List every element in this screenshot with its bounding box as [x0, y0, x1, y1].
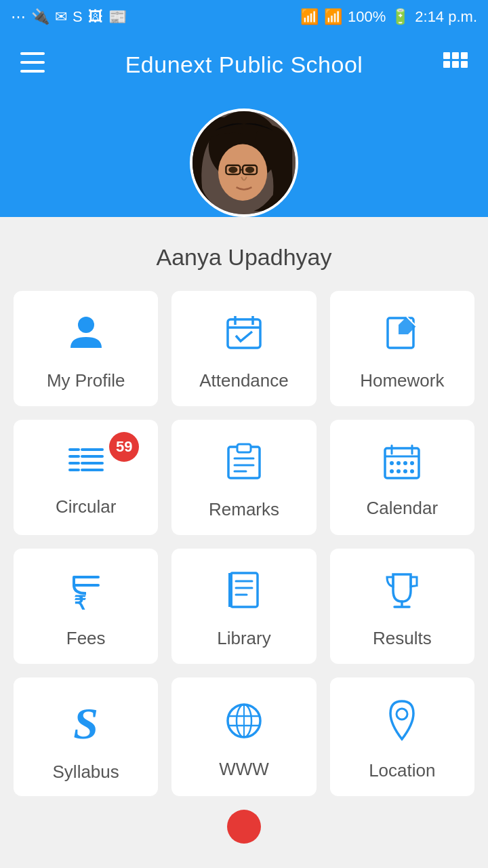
svg-rect-3	[443, 52, 450, 59]
calendar-check-icon	[224, 313, 264, 358]
avatar-section	[0, 95, 488, 217]
bottom-fab-hint[interactable]	[227, 810, 261, 844]
grid-item-label-remarks: Remarks	[209, 499, 279, 520]
book-icon	[226, 570, 262, 616]
svg-point-47	[410, 469, 414, 473]
svg-rect-0	[20, 52, 45, 55]
avatar	[190, 108, 298, 217]
calendar-grid-icon	[382, 443, 422, 486]
grid-item-calendar[interactable]: Calendar	[330, 420, 474, 535]
svg-rect-5	[461, 52, 468, 59]
menu-dots-icon: ⋯	[11, 8, 26, 26]
location-pin-icon	[386, 700, 418, 748]
svg-point-40	[390, 461, 394, 465]
app-title: Edunext Public School	[125, 52, 363, 78]
grid-item-label-www: WWW	[219, 759, 269, 780]
usb-icon: 🔌	[31, 8, 49, 26]
svg-rect-32	[237, 444, 251, 452]
clipboard-icon	[226, 441, 262, 487]
status-bar-right: 📶 📶 100% 🔋 2:14 p.m.	[300, 8, 477, 26]
svg-point-17	[78, 317, 94, 333]
svg-rect-51	[230, 573, 258, 607]
battery-icon: 🔋	[391, 8, 409, 26]
image-icon: 🖼	[88, 8, 103, 26]
hamburger-menu-icon[interactable]	[20, 50, 45, 79]
grid-item-results[interactable]: Results	[330, 549, 474, 664]
svg-rect-1	[20, 61, 45, 64]
svg-point-44	[390, 469, 394, 473]
header: Edunext Public School	[0, 34, 488, 95]
grid-item-label-library: Library	[217, 628, 270, 649]
grid-item-label-attendance: Attendance	[199, 370, 289, 391]
wifi-icon: 📶	[300, 8, 319, 26]
person-icon	[66, 313, 106, 358]
svg-rect-4	[452, 52, 459, 59]
grid-item-label-calendar: Calendar	[367, 498, 439, 519]
svg-rect-7	[452, 61, 459, 68]
globe-icon	[224, 701, 264, 747]
circular-badge: 59	[109, 432, 139, 462]
status-bar-left: ⋯ 🔌 ✉ S 🖼 📰	[11, 8, 127, 26]
edit-icon	[382, 313, 422, 358]
user-name: Aanya Upadhyay	[157, 244, 332, 271]
grid-item-library[interactable]: Library	[171, 549, 316, 664]
mail-icon: ✉	[55, 8, 67, 26]
syllabus-s-icon: S	[73, 698, 98, 749]
menu-grid: My Profile Attendance	[7, 291, 481, 796]
svg-point-63	[396, 709, 407, 719]
content-area: Aanya Upadhyay My Profile	[0, 217, 488, 868]
grid-item-www[interactable]: WWW	[171, 677, 316, 796]
grid-item-syllabus[interactable]: S Syllabus	[14, 677, 158, 796]
svg-point-43	[410, 461, 414, 465]
list-view-icon[interactable]	[443, 50, 468, 79]
svg-point-42	[403, 461, 407, 465]
grid-item-label-results: Results	[373, 628, 432, 649]
grid-item-label-homework: Homework	[360, 370, 444, 391]
grid-item-homework[interactable]: Homework	[330, 291, 474, 406]
time-display: 2:14 p.m.	[415, 8, 477, 26]
grid-item-label-location: Location	[369, 760, 435, 781]
grid-item-label-syllabus: Syllabus	[53, 762, 119, 783]
flipboard-icon: 📰	[108, 8, 127, 26]
status-bar: ⋯ 🔌 ✉ S 🖼 📰 📶 📶 100% 🔋 2:14 p.m.	[0, 0, 488, 34]
svg-point-16	[245, 167, 254, 174]
grid-item-remarks[interactable]: Remarks	[171, 420, 316, 535]
grid-item-label-my-profile: My Profile	[47, 370, 125, 391]
battery-text: 100%	[348, 8, 386, 26]
svg-point-15	[228, 167, 237, 174]
svg-rect-6	[443, 61, 450, 68]
rupee-icon: ₹	[71, 570, 101, 616]
grid-item-fees[interactable]: ₹ Fees	[14, 549, 158, 664]
svg-text:₹: ₹	[74, 593, 86, 610]
svg-rect-18	[228, 319, 260, 348]
grid-item-my-profile[interactable]: My Profile	[14, 291, 158, 406]
svg-rect-8	[461, 61, 468, 68]
svg-point-46	[403, 469, 407, 473]
grid-item-label-fees: Fees	[66, 628, 106, 649]
svg-point-45	[396, 469, 401, 473]
s-icon: S	[73, 8, 83, 26]
grid-item-circular[interactable]: 59 Circular	[14, 420, 158, 535]
grid-item-attendance[interactable]: Attendance	[171, 291, 316, 406]
trophy-icon	[384, 570, 420, 616]
signal-icon: 📶	[324, 8, 342, 26]
svg-rect-2	[20, 70, 45, 73]
grid-item-location[interactable]: Location	[330, 677, 474, 796]
list-icon	[66, 444, 106, 484]
grid-item-label-circular: Circular	[56, 496, 117, 517]
svg-point-41	[396, 461, 401, 465]
